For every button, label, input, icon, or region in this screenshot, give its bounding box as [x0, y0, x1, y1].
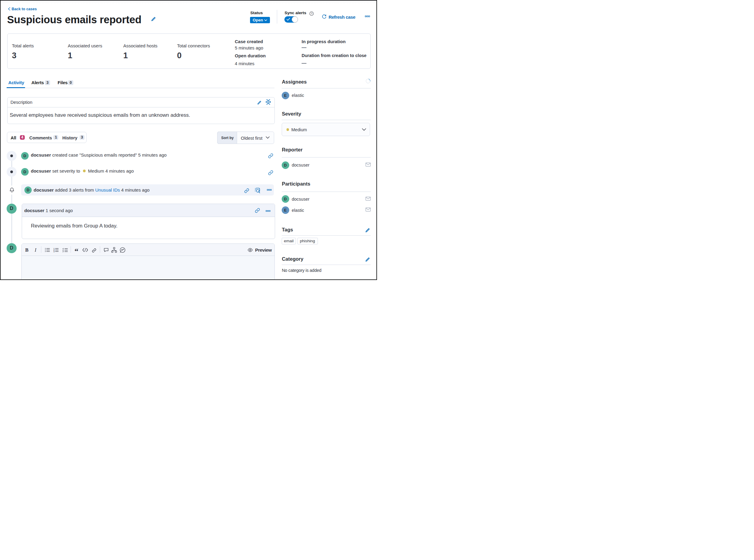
svg-text:?: ? — [311, 12, 312, 15]
svg-text:3: 3 — [54, 251, 54, 252]
